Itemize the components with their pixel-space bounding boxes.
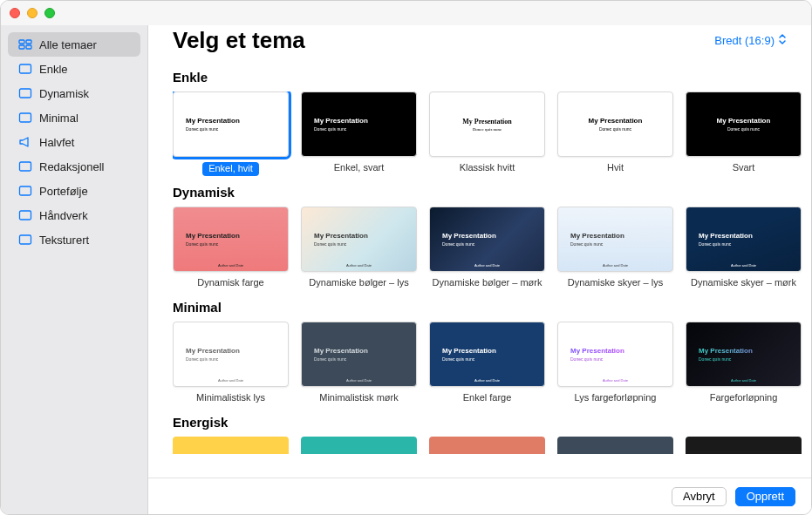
theme-label: Hvit xyxy=(607,162,624,176)
theme-card[interactable]: My PresentationDonec quis nuncAuthor and… xyxy=(301,322,417,406)
svg-rect-3 xyxy=(26,45,31,49)
svg-rect-9 xyxy=(20,211,31,220)
sidebar: Alle temaerEnkleDynamiskMinimalHalvfetRe… xyxy=(1,1,148,514)
svg-rect-7 xyxy=(20,162,31,171)
window-close-icon[interactable] xyxy=(10,8,20,18)
chevron-updown-icon xyxy=(778,33,787,48)
theme-thumbnail[interactable] xyxy=(557,437,673,454)
sidebar-item-teksturert[interactable]: Teksturert xyxy=(8,227,140,252)
cancel-button[interactable]: Avbryt xyxy=(672,487,727,506)
theme-thumbnail[interactable]: My PresentationDonec quis nunc xyxy=(686,91,802,157)
sidebar-item-label: Enkle xyxy=(39,63,68,76)
sidebar-item-minimal[interactable]: Minimal xyxy=(8,105,140,130)
megaphone-icon xyxy=(18,135,32,149)
theme-label: Dynamiske bølger – mørk xyxy=(433,277,542,291)
theme-thumbnail[interactable]: My PresentationDonec quis nunc xyxy=(429,91,545,157)
sidebar-item-label: Alle temaer xyxy=(39,38,97,51)
theme-card[interactable]: My PresentationDonec quis nuncAuthor and… xyxy=(557,322,673,406)
theme-thumbnail[interactable]: My PresentationDonec quis nuncAuthor and… xyxy=(686,322,802,387)
theme-label: Fargeforløpning xyxy=(710,392,778,406)
theme-thumbnail[interactable]: My PresentationDonec quis nuncAuthor and… xyxy=(173,322,289,387)
titlebar xyxy=(1,1,811,25)
sidebar-item-portefølje[interactable]: Portefølje xyxy=(8,179,140,203)
window-minimize-icon[interactable] xyxy=(27,8,38,18)
theme-card[interactable]: My PresentationDonec quis nuncAuthor and… xyxy=(686,207,802,291)
section-title: Enkle xyxy=(173,70,811,85)
theme-label: Minimalistisk mørk xyxy=(319,392,398,406)
footer: Avbryt Opprett xyxy=(148,478,811,514)
theme-thumbnail[interactable]: My PresentationDonec quis nuncAuthor and… xyxy=(686,207,802,272)
window-zoom-icon[interactable] xyxy=(44,8,55,18)
sidebar-item-label: Dynamisk xyxy=(39,87,89,100)
slide-icon xyxy=(18,159,32,173)
sidebar-item-label: Halvfet xyxy=(39,136,74,149)
theme-thumbnail[interactable]: My PresentationDonec quis nuncAuthor and… xyxy=(557,207,673,272)
theme-label: Dynamiske bølger – lys xyxy=(309,277,408,291)
sidebar-item-label: Minimal xyxy=(39,112,78,125)
theme-card[interactable]: My PresentationDonec quis nuncAuthor and… xyxy=(301,207,417,291)
svg-rect-2 xyxy=(19,45,24,49)
theme-thumbnail[interactable]: My PresentationDonec quis nuncAuthor and… xyxy=(429,322,545,387)
theme-card[interactable]: My PresentationDonec quis nuncEnkel, sva… xyxy=(301,91,417,176)
section-title: Dynamisk xyxy=(173,185,811,200)
slide-icon xyxy=(18,208,32,222)
theme-label: Minimalistisk lys xyxy=(196,392,265,406)
page-title: Velg et tema xyxy=(173,27,305,54)
grid-icon xyxy=(18,37,32,51)
slide-icon xyxy=(18,86,32,100)
slide-icon xyxy=(18,111,32,125)
svg-rect-10 xyxy=(20,235,31,244)
theme-label: Lys fargeforløpning xyxy=(575,392,657,406)
theme-card[interactable]: My PresentationDonec quis nuncAuthor and… xyxy=(429,322,545,406)
theme-label: Dynamiske skyer – lys xyxy=(568,277,663,291)
theme-thumbnail[interactable]: My PresentationDonec quis nuncAuthor and… xyxy=(173,207,289,272)
theme-card[interactable]: My PresentationDonec quis nuncEnkel, hvi… xyxy=(173,91,289,176)
theme-thumbnail[interactable] xyxy=(301,437,417,454)
sidebar-item-håndverk[interactable]: Håndverk xyxy=(8,203,140,227)
theme-thumbnail[interactable]: My PresentationDonec quis nuncAuthor and… xyxy=(557,322,673,387)
theme-card[interactable]: My PresentationDonec quis nuncHvit xyxy=(557,91,673,176)
theme-thumbnail[interactable] xyxy=(429,437,545,454)
theme-thumbnail[interactable]: My PresentationDonec quis nunc xyxy=(173,91,289,157)
svg-rect-4 xyxy=(20,64,31,73)
theme-card[interactable]: My PresentationDonec quis nuncSvart xyxy=(686,91,802,176)
theme-label: Dynamisk farge xyxy=(197,277,263,291)
svg-rect-8 xyxy=(20,186,31,195)
slide-icon xyxy=(18,62,32,76)
theme-thumbnail[interactable] xyxy=(686,437,802,454)
theme-label: Enkel, svart xyxy=(334,162,384,176)
theme-label: Klassisk hvitt xyxy=(460,162,515,176)
svg-rect-1 xyxy=(26,40,31,44)
theme-thumbnail[interactable] xyxy=(173,437,289,454)
theme-card[interactable]: My PresentationDonec quis nuncKlassisk h… xyxy=(429,91,545,176)
theme-thumbnail[interactable]: My PresentationDonec quis nuncAuthor and… xyxy=(429,207,545,272)
sidebar-item-alle-temaer[interactable]: Alle temaer xyxy=(8,32,140,57)
theme-card[interactable]: My PresentationDonec quis nuncAuthor and… xyxy=(686,322,802,406)
theme-card[interactable]: My PresentationDonec quis nuncAuthor and… xyxy=(429,207,545,291)
section-title: Minimal xyxy=(173,300,811,315)
sidebar-item-dynamisk[interactable]: Dynamisk xyxy=(8,81,140,105)
theme-label: Enkel farge xyxy=(463,392,512,406)
theme-thumbnail[interactable]: My PresentationDonec quis nunc xyxy=(557,91,673,157)
sidebar-item-label: Redaksjonell xyxy=(39,160,104,173)
theme-thumbnail[interactable]: My PresentationDonec quis nuncAuthor and… xyxy=(301,322,417,387)
slide-icon xyxy=(18,233,32,247)
theme-card[interactable]: My PresentationDonec quis nuncAuthor and… xyxy=(173,207,289,291)
sidebar-item-redaksjonell[interactable]: Redaksjonell xyxy=(8,154,140,179)
svg-rect-5 xyxy=(20,89,31,98)
slide-icon xyxy=(18,184,32,198)
theme-label: Enkel, hvit xyxy=(202,162,259,176)
theme-card[interactable]: My PresentationDonec quis nuncAuthor and… xyxy=(557,207,673,291)
theme-label: Svart xyxy=(733,162,755,176)
theme-label: Dynamiske skyer – mørk xyxy=(691,277,796,291)
sidebar-item-halvfet[interactable]: Halvfet xyxy=(8,130,140,154)
aspect-ratio-picker[interactable]: Bredt (16:9) xyxy=(714,33,787,48)
theme-thumbnail[interactable]: My PresentationDonec quis nunc xyxy=(301,91,417,157)
svg-rect-6 xyxy=(20,113,31,122)
theme-thumbnail[interactable]: My PresentationDonec quis nuncAuthor and… xyxy=(301,207,417,272)
theme-card[interactable]: My PresentationDonec quis nuncAuthor and… xyxy=(173,322,289,406)
svg-rect-0 xyxy=(19,40,24,44)
sidebar-item-enkle[interactable]: Enkle xyxy=(8,57,140,81)
sidebar-item-label: Portefølje xyxy=(39,185,88,198)
create-button[interactable]: Opprett xyxy=(735,487,795,506)
